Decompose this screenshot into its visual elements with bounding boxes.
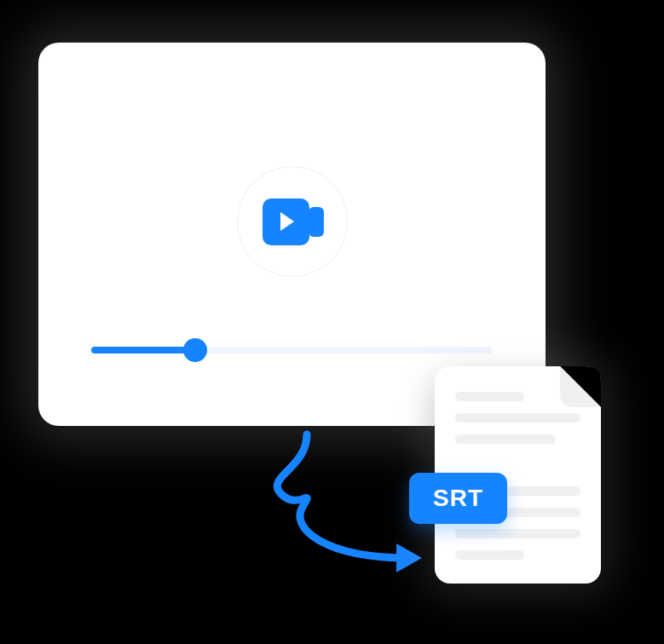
file-text-line (455, 529, 580, 538)
play-triangle-icon (280, 212, 294, 231)
file-text-line (455, 413, 580, 423)
play-button-circle[interactable] (237, 166, 348, 277)
arrow-curve-icon (277, 434, 409, 558)
file-text-line (455, 434, 556, 444)
video-camera-icon (263, 198, 322, 245)
camera-body (263, 198, 309, 245)
srt-badge: SRT (409, 473, 507, 524)
video-progress-thumb[interactable] (183, 338, 207, 362)
video-progress-track[interactable] (91, 347, 493, 354)
file-text-line (455, 392, 524, 401)
arrow-head-icon (396, 543, 422, 572)
video-progress-fill (91, 347, 195, 354)
camera-lens (309, 207, 324, 237)
srt-badge-label: SRT (433, 485, 483, 512)
file-text-line (455, 550, 524, 560)
file-fold-icon (560, 366, 601, 407)
